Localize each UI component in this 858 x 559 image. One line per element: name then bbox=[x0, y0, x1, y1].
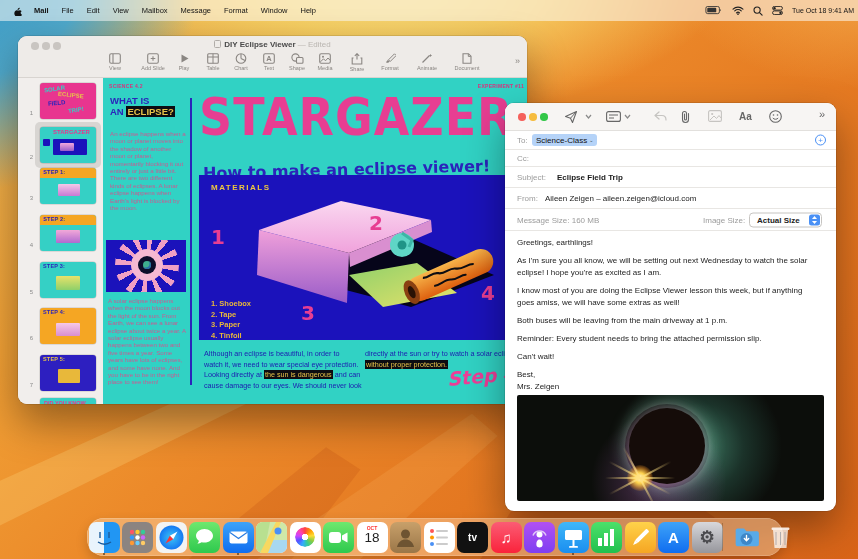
svg-text:A: A bbox=[266, 54, 272, 63]
slide-paragraph-1: An eclipse happens when a moon or planet… bbox=[110, 130, 188, 211]
keynote-window: DIY Eclipse Viewer — Edited View Add Sli… bbox=[18, 36, 527, 404]
materials-box: MATERIALS 1 2 3 4 1. Shoebox 2. Tape 3. … bbox=[199, 175, 515, 340]
menu-item-mailbox[interactable]: Mailbox bbox=[142, 6, 168, 15]
image-size-dropdown[interactable]: Actual Size bbox=[749, 212, 822, 227]
dock-pages-icon[interactable] bbox=[625, 522, 656, 553]
slide-course-label: SCIENCE 4.2 bbox=[109, 83, 143, 89]
window-title: DIY Eclipse Viewer — Edited bbox=[18, 40, 527, 49]
dock-settings-icon[interactable]: ⚙ bbox=[692, 522, 723, 553]
attach-button[interactable] bbox=[679, 110, 692, 124]
dock-launchpad-icon[interactable] bbox=[122, 522, 153, 553]
menu-bar-clock[interactable]: Tue Oct 18 9:41 AM bbox=[792, 7, 854, 14]
gear-icon: ⚙ bbox=[692, 522, 723, 553]
dock-facetime-icon[interactable] bbox=[323, 522, 354, 553]
search-icon[interactable] bbox=[753, 6, 763, 16]
slide-thumbnail-4[interactable]: STEP 2: bbox=[40, 215, 96, 251]
menu-item-window[interactable]: Window bbox=[261, 6, 288, 15]
menu-item-view[interactable]: View bbox=[113, 6, 129, 15]
close-button[interactable] bbox=[518, 113, 526, 121]
insert-photo-icon[interactable] bbox=[708, 110, 722, 122]
slide-thumbnail-6[interactable]: STEP 4: bbox=[40, 308, 96, 344]
dock-photos-icon[interactable] bbox=[290, 522, 321, 553]
format-button[interactable]: Aa bbox=[739, 111, 752, 122]
slide-number: 6 bbox=[18, 335, 33, 341]
dock-downloads-icon[interactable] bbox=[731, 522, 762, 553]
battery-icon[interactable] bbox=[705, 6, 723, 15]
dock-keynote-icon[interactable] bbox=[558, 522, 589, 553]
slide-number: 3 bbox=[18, 195, 33, 201]
add-recipient-button[interactable]: + bbox=[815, 135, 826, 146]
slide-thumbnail-1[interactable]: SOLAR ECLIPSE FIELD TRIP! bbox=[40, 83, 96, 119]
send-options-chevron[interactable] bbox=[585, 114, 592, 119]
dropdown-stepper bbox=[809, 215, 820, 226]
dock-appstore-icon[interactable]: A bbox=[658, 522, 689, 553]
menu-item-message[interactable]: Message bbox=[181, 6, 211, 15]
slide-canvas[interactable]: SCIENCE 4.2 EXPERIMENT #11 WHAT ISAN ECL… bbox=[103, 78, 527, 404]
thumb-box bbox=[56, 230, 80, 243]
dock-safari-icon[interactable] bbox=[156, 522, 187, 553]
dock-maps-icon[interactable] bbox=[256, 522, 287, 553]
reply-icon[interactable] bbox=[653, 110, 667, 123]
menu-item-help[interactable]: Help bbox=[300, 6, 315, 15]
slide-navigator: 1 SOLAR ECLIPSE FIELD TRIP! 2 STARGAZER … bbox=[18, 78, 103, 404]
slide-number: 4 bbox=[18, 242, 33, 248]
from-field[interactable]: From: Aileen Zeigen – aileen.zeigen@iclo… bbox=[505, 188, 836, 209]
running-indicator-finder bbox=[103, 553, 106, 556]
emoji-button[interactable] bbox=[769, 110, 782, 123]
dock-podcasts-icon[interactable] bbox=[524, 522, 555, 553]
dock: OCT 18 tv ♫ A ⚙ bbox=[87, 518, 783, 556]
photos-pinwheel bbox=[295, 527, 315, 547]
callout-3: 3 bbox=[301, 301, 315, 325]
mail-toolbar: Aa » bbox=[505, 103, 836, 131]
document-icon bbox=[214, 40, 221, 48]
dock-contacts-icon[interactable] bbox=[390, 522, 421, 553]
message-size-row: Message Size: 160 MB Image Size: Actual … bbox=[505, 209, 836, 231]
to-field[interactable]: To: Science-Class⌄ + bbox=[505, 131, 836, 150]
dock-mail-icon[interactable] bbox=[223, 522, 254, 553]
slide-thumbnail-8[interactable]: DID YOU KNOW... bbox=[40, 398, 96, 404]
wifi-icon[interactable] bbox=[732, 6, 744, 15]
send-button[interactable] bbox=[564, 110, 578, 124]
menu-item-app[interactable]: Mail bbox=[34, 6, 49, 15]
menu-item-edit[interactable]: Edit bbox=[87, 6, 100, 15]
toolbar-overflow-chevron[interactable]: » bbox=[515, 56, 520, 66]
cc-field[interactable]: Cc: bbox=[505, 150, 836, 167]
thumb-box bbox=[56, 323, 80, 336]
dock-reminders-icon[interactable] bbox=[424, 522, 455, 553]
slide-number: 1 bbox=[18, 110, 33, 116]
recipient-token[interactable]: Science-Class⌄ bbox=[532, 134, 597, 146]
header-fields-button[interactable] bbox=[606, 110, 621, 123]
message-body[interactable]: Greetings, earthlings! As I'm sure you a… bbox=[517, 237, 819, 399]
appstore-logo: A bbox=[658, 522, 689, 553]
dock-numbers-icon[interactable] bbox=[591, 522, 622, 553]
dock-tv-icon[interactable]: tv bbox=[457, 522, 488, 553]
materials-list: 1. Shoebox 2. Tape 3. Paper 4. Tinfoil bbox=[211, 299, 251, 342]
slide-thumbnail-7[interactable]: STEP 5: bbox=[40, 355, 96, 391]
calendar-day: 18 bbox=[357, 530, 388, 545]
dock-separator bbox=[722, 523, 723, 551]
slide-thumbnail-5[interactable]: STEP 3: bbox=[40, 262, 96, 298]
dock-finder-icon[interactable] bbox=[89, 522, 120, 553]
dock-music-icon[interactable]: ♫ bbox=[491, 522, 522, 553]
slide-paragraph-3-left: Although an eclipse is beautiful, in ord… bbox=[204, 349, 362, 391]
slide-thumbnail-2[interactable]: STARGAZER bbox=[40, 127, 96, 163]
slide-number: 2 bbox=[18, 154, 33, 160]
slide-thumbnail-3[interactable]: STEP 1: bbox=[40, 168, 96, 204]
toolbar-document-button[interactable]: Document bbox=[444, 53, 490, 71]
dock-trash-icon[interactable] bbox=[765, 522, 796, 553]
menu-item-file[interactable]: File bbox=[62, 6, 74, 15]
zoom-button[interactable] bbox=[540, 113, 548, 121]
control-center-icon[interactable] bbox=[772, 6, 783, 15]
dock-messages-icon[interactable] bbox=[189, 522, 220, 553]
callout-2: 2 bbox=[369, 211, 383, 235]
slide-number: 7 bbox=[18, 382, 33, 388]
header-fields-chevron[interactable] bbox=[624, 114, 631, 119]
eclipse-photo-attachment[interactable] bbox=[517, 395, 824, 501]
apple-menu-icon[interactable] bbox=[14, 6, 22, 16]
menu-item-format[interactable]: Format bbox=[224, 6, 248, 15]
slide-number: 5 bbox=[18, 289, 33, 295]
toolbar-overflow-chevron[interactable]: » bbox=[819, 108, 825, 120]
subject-field[interactable]: Subject: Eclipse Field Trip bbox=[505, 167, 836, 188]
dock-calendar-icon[interactable]: OCT 18 bbox=[357, 522, 388, 553]
minimize-button[interactable] bbox=[529, 113, 537, 121]
